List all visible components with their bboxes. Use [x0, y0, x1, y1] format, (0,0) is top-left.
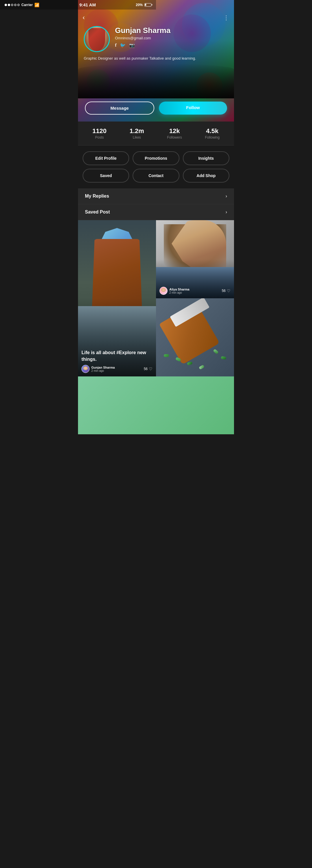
post-1-heart-icon: ♡ — [149, 367, 152, 371]
post-1-footer: Gunjan Sharma 2 min ago 56 ♡ — [81, 365, 152, 373]
posts-grid: Life is all about #Explore new things. G… — [78, 220, 234, 376]
post-1-user: Gunjan Sharma 2 min ago — [81, 365, 115, 373]
post-1-like-count: 56 — [144, 367, 148, 371]
message-button[interactable]: Message — [85, 101, 154, 115]
saved-post-arrow: › — [226, 210, 227, 215]
twitter-icon[interactable]: 🐦 — [120, 42, 126, 48]
post-1-text: Life is all about #Explore new things. — [81, 349, 152, 363]
edit-profile-button[interactable]: Edit Profile — [82, 151, 129, 165]
post-2-footer: Aliya Sharma 2 min ago 56 ♡ — [160, 287, 231, 295]
post-2-likes: 56 ♡ — [222, 288, 231, 293]
more-options-button[interactable]: ⋮ — [223, 14, 230, 21]
profile-bio: Graphic Designer as well as punmaker Tal… — [84, 56, 228, 61]
my-replies-item[interactable]: My Replies › — [78, 188, 234, 204]
post-2-user-info: Aliya Sharma 2 min ago — [169, 288, 189, 294]
stats-section: 1120 Posts 1.2m Likes 12k Followers 4.5k… — [78, 122, 234, 146]
post-1-user-info: Gunjan Sharma 2 min ago — [91, 366, 115, 372]
my-replies-arrow: › — [226, 193, 227, 199]
facebook-icon[interactable]: 𝐟 — [115, 42, 116, 48]
following-label: Following — [205, 135, 219, 140]
profile-email: Omninos@gmail.com — [115, 36, 228, 40]
profile-text: Gunjan Sharma Omninos@gmail.com 𝐟 🐦 📷 — [115, 26, 228, 48]
post-1-avatar — [81, 365, 90, 373]
instagram-icon[interactable]: 📷 — [129, 42, 135, 48]
contact-button[interactable]: Contact — [133, 169, 179, 183]
battery-label: 20% — [136, 3, 143, 7]
nav-items: My Replies › Saved Post › — [78, 188, 234, 220]
stat-posts: 1120 Posts — [93, 127, 107, 140]
insights-button[interactable]: Insights — [183, 151, 230, 165]
saved-button[interactable]: Saved — [82, 169, 129, 183]
post-2-like-count: 56 — [222, 289, 226, 293]
my-replies-label: My Replies — [85, 193, 109, 199]
post-2-time: 2 min ago — [169, 291, 189, 294]
avatar-face — [84, 27, 109, 51]
followers-label: Followers — [167, 135, 182, 140]
profile-top: Gunjan Sharma Omninos@gmail.com 𝐟 🐦 📷 — [84, 26, 228, 52]
follow-button[interactable]: Follow — [159, 101, 227, 115]
profile-info: Gunjan Sharma Omninos@gmail.com 𝐟 🐦 📷 Gr… — [78, 26, 234, 61]
posts-label: Posts — [93, 135, 107, 140]
likes-label: Likes — [130, 135, 144, 140]
post-2-user: Aliya Sharma 2 min ago — [160, 287, 189, 295]
post-2-heart-icon: ♡ — [227, 288, 231, 293]
stat-following: 4.5k Following — [205, 127, 219, 140]
battery-icon — [144, 3, 151, 7]
likes-value: 1.2m — [130, 127, 144, 135]
battery-fill — [145, 4, 146, 6]
saved-post-label: Saved Post — [85, 210, 110, 215]
status-bar: Carrier 📶 9:41 AM 20% — [78, 0, 156, 9]
post-2-content: Aliya Sharma 2 min ago 56 ♡ — [156, 283, 234, 298]
green-section — [78, 376, 234, 434]
saved-post-item[interactable]: Saved Post › — [78, 204, 234, 220]
post-1-author: Gunjan Sharma — [91, 366, 115, 369]
time-display: 9:41 AM — [79, 2, 96, 7]
social-icons: 𝐟 🐦 📷 — [115, 42, 228, 48]
promotions-button[interactable]: Promotions — [133, 151, 179, 165]
buttons-grid: Edit Profile Promotions Insights Saved C… — [78, 146, 234, 188]
following-value: 4.5k — [205, 127, 219, 135]
posts-value: 1120 — [93, 127, 107, 135]
avatar — [84, 26, 110, 52]
back-button[interactable]: ‹ — [82, 14, 84, 22]
add-shop-button[interactable]: Add Shop — [183, 169, 230, 183]
post-card-1[interactable]: Life is all about #Explore new things. G… — [78, 220, 156, 376]
avatar-image — [84, 27, 109, 51]
hero-section: ‹ ⋮ Gunjan Sharma Omninos@gmail.com 𝐟 🐦 … — [78, 0, 234, 122]
post-2-author: Aliya Sharma — [169, 288, 189, 291]
post-1-time: 2 min ago — [91, 369, 115, 372]
post-card-3[interactable] — [156, 298, 234, 376]
profile-name: Gunjan Sharma — [115, 26, 228, 35]
status-right: 20% — [136, 3, 151, 7]
stat-followers: 12k Followers — [167, 127, 182, 140]
action-buttons: Message Follow — [78, 101, 234, 115]
post-1-likes: 56 ♡ — [144, 367, 152, 371]
followers-value: 12k — [167, 127, 182, 135]
post-2-avatar — [160, 287, 168, 295]
post-1-content: Life is all about #Explore new things. G… — [78, 346, 156, 376]
stat-likes: 1.2m Likes — [130, 127, 144, 140]
post-card-2[interactable]: Aliya Sharma 2 min ago 56 ♡ — [156, 220, 234, 298]
